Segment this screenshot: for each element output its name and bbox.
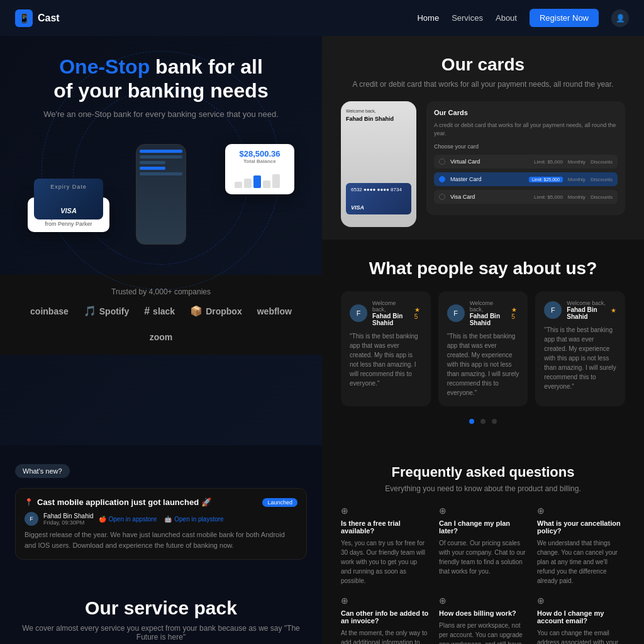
hero-visual: Fahad Bin Shahid Monday, 03:14 PM You ju… bbox=[15, 131, 307, 257]
service-pack-section: Our service pack We cover almost every s… bbox=[0, 579, 322, 644]
option-name-visa: Visa Card bbox=[450, 194, 529, 200]
phone-screen bbox=[136, 145, 186, 244]
appstore-link[interactable]: 🍎 Open in appstore bbox=[99, 516, 157, 523]
option-limit: Limit: $5,000 bbox=[534, 159, 563, 165]
review-dots bbox=[341, 415, 625, 426]
review-name-2: Welcome back, Fahad Bin Shahid bbox=[470, 300, 507, 326]
faq-a-4: Plans are per workspace, not per account… bbox=[439, 621, 527, 644]
review-text-3: "This is the best banking app that was e… bbox=[544, 325, 616, 391]
option-monthly-visa: Monthly bbox=[568, 194, 586, 200]
nav-link-services[interactable]: Services bbox=[452, 13, 483, 23]
review-stars-1: ★ 5 bbox=[414, 306, 422, 320]
faq-q-4: How does billing work? bbox=[439, 609, 527, 617]
logo-webflow: webflow bbox=[257, 306, 292, 316]
logo-coinbase: coinbase bbox=[30, 306, 69, 316]
svg-rect-2 bbox=[253, 175, 261, 188]
news-card-header: 📍 Cast mobile application just got launc… bbox=[25, 497, 297, 507]
right-bottom-col: Frequently asked questions Everything yo… bbox=[322, 445, 644, 644]
review-name-1: Welcome back, Fahad Bin Shahid bbox=[372, 300, 409, 326]
review-header-3: F Welcome back, Fahad Bin Shahid ★ bbox=[544, 300, 616, 320]
faq-q-5: How do I change my account email? bbox=[537, 609, 625, 625]
logo-zoom: zoom bbox=[150, 332, 173, 342]
faq-a-5: You can change the email address associa… bbox=[537, 628, 625, 644]
faq-title: Frequently asked questions bbox=[341, 464, 625, 480]
option-monthly-master: Monthly bbox=[568, 177, 586, 182]
screen-line bbox=[140, 150, 182, 153]
cards-content: Our cards A credit or debit card that wo… bbox=[322, 36, 644, 240]
faq-section: Frequently asked questions Everything yo… bbox=[322, 445, 644, 644]
our-cards-title: Our cards bbox=[341, 55, 625, 75]
reviewer-name-3: Fahad Bin Shahid bbox=[567, 306, 606, 320]
option-disc-visa: Discounts bbox=[591, 194, 613, 200]
faq-grid: ⊕ Is there a free trial available? Yes, … bbox=[341, 506, 625, 644]
review-text-2: "This is the best banking app that was e… bbox=[447, 331, 519, 397]
logo: 📱 Cast bbox=[15, 9, 60, 27]
faq-icon-0: ⊕ bbox=[341, 506, 429, 516]
review-avatar-3: F bbox=[544, 301, 562, 319]
option-name: Virtual Card bbox=[450, 158, 529, 165]
phone-visa-card: 6532 ●●●● ●●●● 8734 VISA bbox=[346, 183, 411, 214]
option-name-master: Master Card bbox=[450, 176, 524, 182]
dot-3[interactable] bbox=[492, 419, 497, 424]
option-limit-visa: Limit: $5,000 bbox=[534, 194, 563, 200]
cards-demo: Welcome back, Fahad Bin Shahid 6532 ●●●●… bbox=[341, 101, 625, 227]
dot-1[interactable] bbox=[469, 419, 474, 424]
review-stars-2: ★ 5 bbox=[511, 306, 519, 320]
news-date: Friday, 09:30PM bbox=[43, 519, 94, 526]
whats-new-badge: What's new? bbox=[15, 464, 70, 478]
hero-section: One-Stop bank for all of your banking ne… bbox=[0, 36, 322, 445]
faq-icon-5: ⊕ bbox=[537, 596, 625, 606]
spotify-icon: 🎵 bbox=[84, 305, 96, 317]
navigation: 📱 Cast Home Services About Register Now … bbox=[0, 0, 644, 36]
review-welcome-3: Welcome back, bbox=[567, 300, 606, 306]
reviews-title: What people say about us? bbox=[341, 258, 625, 279]
card-option-visa[interactable]: Visa Card Limit: $5,000 Monthly Discount… bbox=[434, 190, 618, 204]
news-meta: F Fahad Bin Shahid Friday, 09:30PM 🍎 Ope… bbox=[25, 512, 297, 526]
logo-text: Cast bbox=[38, 13, 60, 24]
faq-item-0: ⊕ Is there a free trial available? Yes, … bbox=[341, 506, 429, 586]
faq-q-2: What is your cancellation policy? bbox=[537, 519, 625, 535]
android-icon: 🤖 bbox=[164, 516, 172, 523]
faq-a-1: Of course. Our pricing scales with your … bbox=[439, 538, 527, 576]
our-cards-section: Our cards A credit or debit card that wo… bbox=[322, 36, 644, 445]
nav-links: Home Services About Register Now 👤 bbox=[417, 9, 629, 27]
trusted-logos: coinbase 🎵 Spotify # slack 📦 Dropbox web… bbox=[15, 305, 307, 342]
cards-list-panel: Our Cards A credit or debit card that wo… bbox=[426, 101, 625, 215]
nav-link-about[interactable]: About bbox=[496, 13, 517, 23]
news-card: 📍 Cast mobile application just got launc… bbox=[15, 488, 307, 560]
option-disc-master: Discounts bbox=[591, 177, 613, 182]
faq-q-3: Can other info be added to an invoice? bbox=[341, 609, 429, 625]
phone-welcome: Welcome back, bbox=[346, 109, 411, 113]
news-links: 🍎 Open in appstore 🤖 Open in playstore bbox=[99, 516, 224, 523]
panel-title: Our Cards bbox=[434, 109, 618, 116]
faq-q-1: Can I change my plan later? bbox=[439, 519, 527, 535]
register-button[interactable]: Register Now bbox=[530, 9, 599, 27]
card-option-master[interactable]: Master Card Limit: $25,000 Monthly Disco… bbox=[434, 172, 618, 186]
faq-subtitle: Everything you need to know about the pr… bbox=[341, 484, 625, 493]
news-avatar: F bbox=[25, 512, 38, 526]
hero-content: One-Stop bank for all of your banking ne… bbox=[0, 36, 322, 275]
profile-icon[interactable]: 👤 bbox=[611, 9, 629, 27]
news-author-info: Fahad Bin Shahid Friday, 09:30PM bbox=[43, 513, 94, 526]
chart-svg bbox=[235, 169, 285, 188]
choose-label: Choose your card bbox=[434, 143, 618, 150]
review-text-1: "This is the best banking app that was e… bbox=[350, 331, 422, 388]
screen-line bbox=[140, 172, 182, 175]
card-option-virtual[interactable]: Virtual Card Limit: $5,000 Monthly Disco… bbox=[434, 155, 618, 169]
nav-link-home[interactable]: Home bbox=[417, 13, 439, 23]
faq-item-5: ⊕ How do I change my account email? You … bbox=[537, 596, 625, 644]
svg-rect-1 bbox=[244, 179, 252, 188]
review-card-2: F Welcome back, Fahad Bin Shahid ★ 5 "Th… bbox=[438, 291, 528, 406]
pin-icon: 📍 bbox=[25, 498, 33, 506]
apple-icon: 🍎 bbox=[99, 516, 106, 523]
reviewer-name-1: Fahad Bin Shahid bbox=[372, 313, 409, 326]
slack-icon: # bbox=[144, 306, 150, 317]
review-card-3: F Welcome back, Fahad Bin Shahid ★ "This… bbox=[535, 291, 625, 406]
option-monthly: Monthly bbox=[568, 159, 586, 165]
dot-2[interactable] bbox=[480, 419, 486, 424]
playstore-link[interactable]: 🤖 Open in playstore bbox=[164, 516, 223, 523]
review-header-2: F Welcome back, Fahad Bin Shahid ★ 5 bbox=[447, 300, 519, 326]
main-phone bbox=[136, 144, 186, 245]
reviews-grid: F Welcome back, Fahad Bin Shahid ★ 5 "Th… bbox=[341, 291, 625, 406]
left-bottom-col: What's new? 📍 Cast mobile application ju… bbox=[0, 445, 322, 644]
